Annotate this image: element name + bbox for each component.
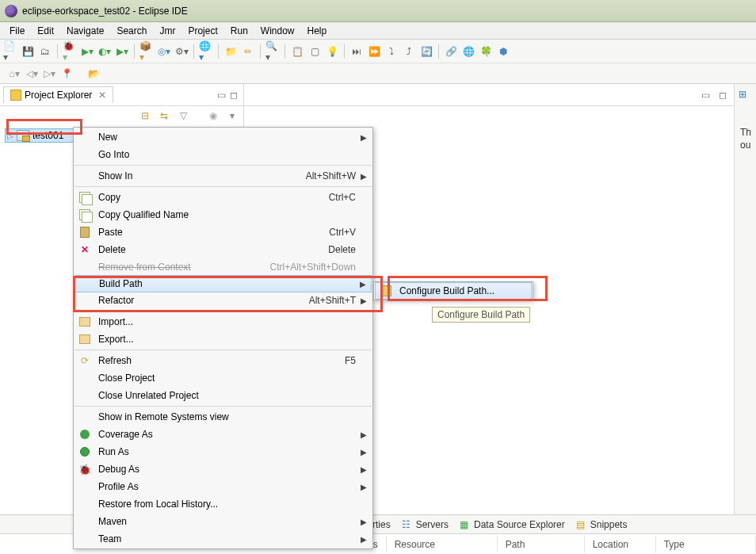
view-tab-label: Project Explorer: [25, 90, 92, 101]
separator-icon: [284, 44, 285, 59]
close-icon[interactable]: ✕: [98, 90, 106, 101]
menu-file[interactable]: File: [3, 24, 31, 38]
collapse-icon[interactable]: ⊟: [139, 109, 151, 122]
menu-navigate[interactable]: Navigate: [60, 24, 110, 38]
ctx-export[interactable]: Export...: [74, 330, 372, 348]
menu-edit[interactable]: Edit: [31, 24, 60, 38]
menu-jmr[interactable]: Jmr: [153, 24, 181, 38]
back-icon[interactable]: ◁▾: [25, 67, 38, 80]
ctx-run-as[interactable]: Run As▶: [74, 443, 372, 460]
tab-servers[interactable]: ☷Servers: [402, 519, 449, 530]
project-explorer-tab[interactable]: Project Explorer ✕: [3, 86, 113, 103]
pin-icon[interactable]: 📍: [60, 67, 73, 80]
explorer-icon: [10, 90, 21, 101]
light-icon[interactable]: 💡: [325, 44, 339, 59]
ctx-close-unrelated[interactable]: Close Unrelated Project: [74, 387, 372, 404]
import-icon: [79, 317, 90, 327]
separator-icon: [134, 44, 135, 59]
ctx-restore-history[interactable]: Restore from Local History...: [74, 495, 372, 513]
coverage-icon[interactable]: ◐▾: [97, 44, 112, 59]
ctx-copy-qualified[interactable]: Copy Qualified Name: [74, 206, 372, 224]
annotation-highlight: [6, 119, 82, 135]
view-tabs: Project Explorer ✕ ▭ ◻: [0, 84, 243, 106]
folder-icon[interactable]: 📁: [223, 44, 238, 59]
separator-icon: [438, 44, 439, 59]
hex-icon[interactable]: ⬢: [496, 44, 510, 59]
plant-icon[interactable]: 🍀: [479, 44, 493, 59]
eclipse-icon: [5, 5, 17, 17]
servers-icon: ☷: [402, 519, 413, 530]
separator-icon: [260, 44, 261, 59]
menu-icon[interactable]: ▾: [226, 109, 239, 122]
run-icon[interactable]: ▶▾: [80, 44, 94, 59]
menu-window[interactable]: Window: [254, 24, 301, 38]
tab-partial[interactable]: rties: [372, 519, 391, 530]
menu-project[interactable]: Project: [181, 24, 223, 38]
menu-run[interactable]: Run: [224, 24, 254, 38]
col-path[interactable]: Path: [498, 536, 585, 553]
ctx-team[interactable]: Team▶: [74, 530, 372, 548]
link-icon[interactable]: 🔗: [444, 44, 458, 59]
runlast-icon[interactable]: ▶▾: [115, 44, 129, 59]
debug-icon[interactable]: 🐞▾: [63, 44, 77, 59]
forward-icon[interactable]: ▷▾: [43, 67, 55, 80]
outline-icon[interactable]: ⊞: [739, 89, 753, 103]
copy-icon: [79, 192, 90, 203]
tab-snippets[interactable]: ▤Snippets: [576, 519, 628, 530]
paste-icon: [80, 227, 90, 238]
sync-icon[interactable]: 🔄: [419, 44, 433, 59]
separator-icon: [193, 44, 194, 59]
search-icon[interactable]: 🔍▾: [265, 44, 280, 59]
bug-icon: 🐞: [78, 464, 91, 476]
ctx-paste[interactable]: PasteCtrl+V: [74, 224, 372, 241]
focus-icon[interactable]: ◉: [207, 109, 220, 122]
tab-dse[interactable]: ▦Data Source Explorer: [460, 519, 565, 530]
ctx-import[interactable]: Import...: [74, 313, 372, 330]
ctx-coverage-as[interactable]: Coverage As▶: [74, 426, 372, 443]
minimize-icon[interactable]: ▭: [215, 90, 227, 101]
newpkg-icon[interactable]: 📦▾: [139, 44, 154, 59]
ctx-delete[interactable]: ✕DeleteDelete: [74, 241, 372, 258]
menu-help[interactable]: Help: [301, 24, 334, 38]
conn-icon[interactable]: 🌐: [461, 44, 475, 59]
ctx-refresh[interactable]: ⟳RefreshF5: [74, 352, 372, 369]
window-title: eclipse-eorkspace_test02 - Eclipse IDE: [22, 6, 188, 17]
ctx-copy[interactable]: CopyCtrl+C: [74, 189, 372, 206]
filter-icon[interactable]: ▽: [177, 109, 189, 122]
ctx-show-in[interactable]: Show InAlt+Shift+W▶: [74, 167, 372, 185]
openres-icon[interactable]: 📂: [87, 67, 100, 80]
stepover-icon[interactable]: ⏩: [367, 44, 381, 59]
stepin-icon[interactable]: ⤵: [384, 44, 399, 59]
col-location[interactable]: Location: [585, 536, 656, 553]
ctx-go-into[interactable]: Go Into: [74, 146, 372, 163]
newclass-icon[interactable]: ◎▾: [157, 44, 171, 59]
col-resource[interactable]: Resource: [387, 536, 498, 553]
refresh-icon: ⟳: [81, 355, 89, 366]
ctx-maven[interactable]: Maven▶: [74, 513, 372, 530]
ctx-new[interactable]: New▶: [74, 128, 372, 146]
task-icon[interactable]: 📋: [290, 44, 304, 59]
ctx-close-project[interactable]: Close Project: [74, 369, 372, 387]
dse-icon: ▦: [460, 519, 471, 530]
coverage-icon: [80, 430, 90, 439]
saveall-icon[interactable]: 🗂: [38, 44, 52, 59]
new-icon[interactable]: 📄▾: [3, 44, 17, 59]
globe-icon[interactable]: 🌐▾: [199, 44, 213, 59]
run-icon: [80, 447, 90, 457]
col-type[interactable]: Type: [656, 536, 756, 553]
ctx-profile-as[interactable]: Profile As▶: [74, 478, 372, 495]
ctx-debug-as[interactable]: 🐞Debug As▶: [74, 460, 372, 478]
minimize-icon[interactable]: ▭: [699, 90, 712, 101]
linkeditor-icon[interactable]: ⇆: [158, 109, 170, 122]
home-icon[interactable]: ⌂▾: [8, 67, 21, 80]
maximize-icon[interactable]: ◻: [227, 90, 240, 101]
newconn-icon[interactable]: ⚙▾: [174, 44, 189, 59]
box-icon[interactable]: ▢: [307, 44, 322, 59]
stepout-icon[interactable]: ⤴: [402, 44, 416, 59]
wand-icon[interactable]: ✏: [241, 44, 255, 59]
save-icon[interactable]: 💾: [21, 44, 35, 59]
ctx-remote-systems[interactable]: Show in Remote Systems view: [74, 408, 372, 426]
step-icon[interactable]: ⏭: [349, 44, 364, 59]
menu-search[interactable]: Search: [110, 24, 153, 38]
maximize-icon[interactable]: ◻: [716, 90, 729, 101]
